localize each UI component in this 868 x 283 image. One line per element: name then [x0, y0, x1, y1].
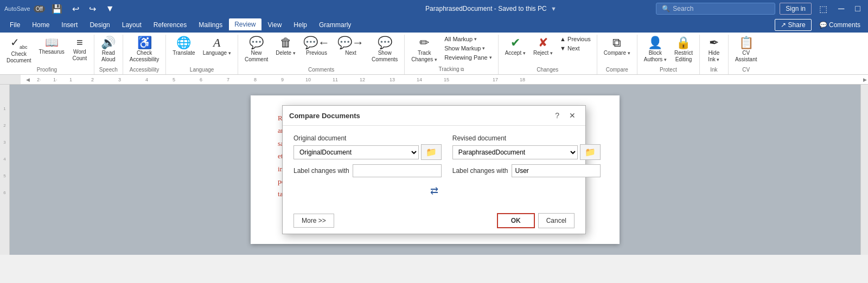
original-doc-field: Original document OriginalDocument 📁 Lab…	[293, 134, 442, 177]
title-bar: AutoSave Off 💾 ↩ ↪ ▼ ParaphrasedDocument…	[0, 0, 868, 17]
ribbon-group-cv: 📋 CVAssistant CV	[729, 35, 764, 74]
delete-comment-button[interactable]: 🗑 Delete ▾	[272, 35, 299, 57]
language-button[interactable]: A Language ▾	[200, 35, 234, 57]
menu-item-home[interactable]: Home	[27, 19, 55, 31]
ribbon-group-changes: ✔ Accept ▾ ✘ Reject ▾ ▲ Previous ▼ Next …	[499, 35, 597, 74]
word-count-button[interactable]: ≡ WordCount	[69, 35, 91, 63]
accept-button[interactable]: ✔ Accept ▾	[502, 35, 529, 57]
previous-change-button[interactable]: ▲ Previous	[557, 35, 593, 43]
ribbon-group-compare: ⧉ Compare ▾ Compare	[597, 35, 637, 74]
minimize-button[interactable]: ─	[835, 3, 847, 15]
revised-label-row: Label changes with	[452, 164, 601, 177]
compare-button[interactable]: ⧉ Compare ▾	[601, 35, 634, 57]
ink-items: ✒ HideInk ▾	[703, 35, 725, 65]
compare-items: ⧉ Compare ▾	[601, 35, 634, 65]
original-doc-select[interactable]: OriginalDocument	[293, 145, 419, 159]
show-markup-button[interactable]: Show Markup ▾	[442, 44, 495, 53]
thesaurus-button[interactable]: 📖 Thesaurus	[36, 35, 68, 56]
autosave-toggle[interactable]: Off	[34, 5, 45, 12]
menu-bar: File Home Insert Design Layout Reference…	[0, 17, 868, 33]
redo-button[interactable]: ↪	[86, 3, 99, 15]
menu-item-file[interactable]: File	[4, 19, 25, 31]
share-icon: ↗	[781, 21, 786, 29]
compare-documents-dialog: Compare Documents ? ✕ Original document …	[282, 105, 586, 234]
reject-button[interactable]: ✘ Reject ▾	[530, 35, 556, 57]
reviewing-pane-button[interactable]: Reviewing Pane ▾	[442, 53, 495, 62]
dialog-title-bar: Compare Documents ? ✕	[283, 106, 585, 126]
revised-doc-select[interactable]: ParaphrasedDocument	[452, 145, 578, 159]
ribbon-display-button[interactable]: ⬚	[816, 3, 831, 15]
restrict-editing-icon: 🔒	[676, 37, 691, 49]
previous-comment-button[interactable]: 💬← Previous	[300, 35, 333, 57]
menu-item-help[interactable]: Help	[288, 19, 312, 31]
revised-doc-label: Revised document	[452, 134, 601, 142]
horizontal-ruler: ◀ 2· 1· 1 2 3 4 5 6 7 8 9 10 11 12 13 14…	[0, 75, 868, 85]
dialog-body: Original document OriginalDocument 📁 Lab…	[283, 126, 585, 208]
menu-item-design[interactable]: Design	[84, 19, 115, 31]
dialog-help-button[interactable]: ?	[552, 110, 563, 121]
comments-button[interactable]: 💬 Comments	[816, 19, 864, 31]
comment-icon: 💬	[819, 21, 827, 29]
ribbon: ✓abc CheckDocument 📖 Thesaurus ≡ WordCou…	[0, 33, 868, 75]
swap-button[interactable]: ⇄	[293, 185, 575, 197]
speech-label: Speech	[98, 65, 119, 74]
dialog-docs-row: Original document OriginalDocument 📁 Lab…	[293, 134, 575, 177]
check-document-button[interactable]: ✓abc CheckDocument	[3, 35, 35, 65]
ok-button[interactable]: OK	[497, 213, 535, 228]
menu-item-references[interactable]: References	[148, 19, 192, 31]
read-aloud-icon: 🔊	[101, 37, 116, 49]
next-change-button[interactable]: ▼ Next	[557, 44, 593, 53]
revised-label-input[interactable]	[512, 164, 601, 177]
read-aloud-button[interactable]: 🔊 ReadAloud	[98, 35, 119, 64]
next-comment-icon: 💬→	[337, 37, 364, 49]
save-button[interactable]: 💾	[48, 3, 66, 15]
new-comment-button[interactable]: 💬 NewComment	[241, 35, 271, 64]
next-comment-button[interactable]: 💬→ Next	[334, 35, 367, 57]
dialog-close-button[interactable]: ✕	[566, 110, 579, 121]
document-title: ParaphrasedDocument - Saved to this PC ▼	[330, 5, 652, 12]
translate-icon: 🌐	[176, 37, 191, 49]
original-doc-browse-button[interactable]: 📁	[421, 144, 442, 160]
translate-button[interactable]: 🌐 Translate	[169, 35, 198, 57]
main-area: 1 2 3 4 5 6 Rust and Chung, (2006), Blut…	[0, 85, 868, 255]
ribbon-group-protect: 👤 BlockAuthors ▾ 🔒 RestrictEditing Prote…	[637, 35, 700, 74]
search-icon: 🔍	[662, 5, 670, 12]
restrict-editing-button[interactable]: 🔒 RestrictEditing	[671, 35, 696, 64]
cv-assistant-icon: 📋	[739, 37, 754, 49]
original-label-input[interactable]	[353, 164, 442, 177]
revised-doc-browse-button[interactable]: 📁	[580, 144, 601, 160]
check-document-icon: ✓abc	[10, 37, 28, 50]
block-authors-button[interactable]: 👤 BlockAuthors ▾	[641, 35, 670, 64]
menu-item-grammarly[interactable]: Grammarly	[314, 19, 356, 31]
menu-item-view[interactable]: View	[263, 19, 288, 31]
menu-item-mailings[interactable]: Mailings	[193, 19, 228, 31]
track-changes-icon: ✏	[419, 37, 429, 49]
hide-ink-icon: ✒	[709, 37, 719, 49]
protect-items: 👤 BlockAuthors ▾ 🔒 RestrictEditing	[641, 35, 696, 65]
original-doc-row: OriginalDocument 📁	[293, 144, 442, 160]
menu-item-insert[interactable]: Insert	[56, 19, 83, 31]
menu-item-layout[interactable]: Layout	[117, 19, 147, 31]
reject-icon: ✘	[538, 37, 548, 49]
tracking-items: ✏ TrackChanges ▾ All Markup ▾ Show Marku…	[408, 35, 494, 65]
more-commands-button[interactable]: ▼	[103, 3, 118, 15]
signin-button[interactable]: Sign in	[780, 3, 812, 15]
search-box[interactable]: 🔍 Search	[656, 3, 775, 15]
undo-button[interactable]: ↩	[69, 3, 82, 15]
cv-assistant-button[interactable]: 📋 CVAssistant	[732, 35, 761, 64]
show-comments-button[interactable]: 💬 ShowComments	[368, 35, 401, 64]
ribbon-group-ink: ✒ HideInk ▾ Ink	[700, 35, 729, 74]
hide-ink-button[interactable]: ✒ HideInk ▾	[703, 35, 725, 64]
protect-label: Protect	[641, 65, 696, 74]
all-markup-button[interactable]: All Markup ▾	[442, 35, 495, 43]
accessibility-items: ♿ CheckAccessibility	[126, 35, 162, 65]
track-changes-button[interactable]: ✏ TrackChanges ▾	[408, 35, 441, 64]
more-button[interactable]: More >>	[293, 214, 334, 228]
share-button[interactable]: ↗ Share	[775, 19, 811, 31]
maximize-button[interactable]: □	[852, 3, 864, 15]
tracking-dropdowns: All Markup ▾ Show Markup ▾ Reviewing Pan…	[442, 35, 495, 62]
cancel-button[interactable]: Cancel	[538, 213, 575, 228]
ruler-track: ◀ 2· 1· 1 2 3 4 5 6 7 8 9 10 11 12 13 14…	[21, 75, 868, 84]
check-accessibility-button[interactable]: ♿ CheckAccessibility	[126, 35, 162, 64]
menu-item-review[interactable]: Review	[229, 18, 261, 31]
